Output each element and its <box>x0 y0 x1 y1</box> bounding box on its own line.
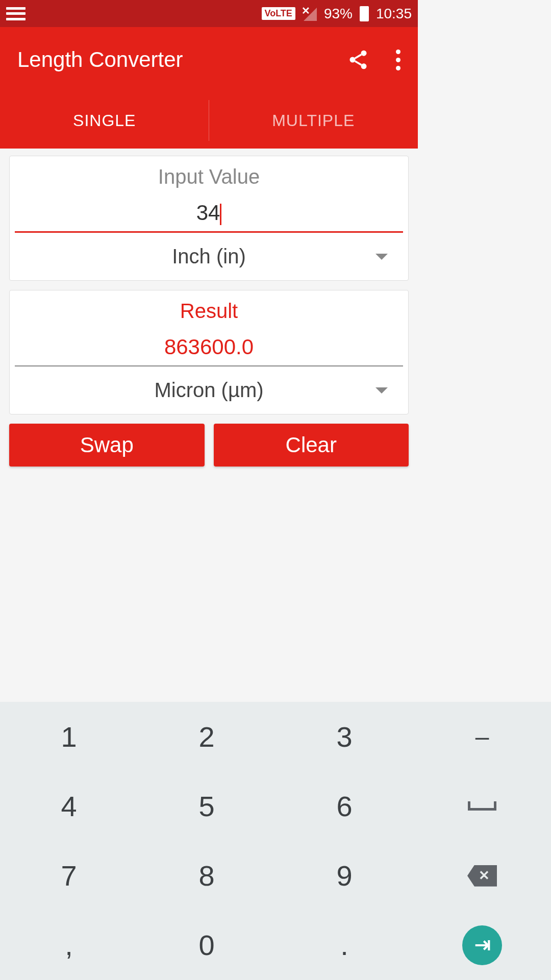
result-label: Result <box>15 300 403 323</box>
result-card: Result 863600.0 Micron (µm) <box>9 290 409 414</box>
status-time: 10:35 <box>376 6 412 22</box>
status-left <box>6 7 26 20</box>
input-value: 34 <box>196 201 220 225</box>
input-value-field[interactable]: 34 <box>15 201 403 233</box>
key-3[interactable]: 3 <box>276 702 413 741</box>
text-cursor <box>220 204 221 225</box>
svg-point-0 <box>361 51 367 56</box>
keyboard-status-icon <box>6 7 26 20</box>
volte-badge: VoLTE <box>262 7 295 20</box>
svg-point-1 <box>350 57 356 63</box>
input-label: Input Value <box>15 165 403 188</box>
input-unit-text: Inch (in) <box>172 245 246 268</box>
battery-percent: 93% <box>324 6 353 22</box>
app-title: Length Converter <box>17 47 183 72</box>
svg-point-2 <box>361 63 367 69</box>
result-value-field: 863600.0 <box>15 335 403 366</box>
status-bar: VoLTE ✕ 93% 10:35 <box>0 0 418 27</box>
key-minus[interactable]: – <box>413 702 418 741</box>
content-area: Input Value 34 Inch (in) Result 863600.0… <box>0 149 418 474</box>
input-card: Input Value 34 Inch (in) <box>9 156 409 281</box>
button-row: Swap Clear <box>9 424 409 467</box>
status-right: VoLTE ✕ 93% 10:35 <box>262 6 412 22</box>
app-actions <box>347 48 400 71</box>
chevron-down-icon <box>375 254 388 260</box>
input-unit-dropdown[interactable]: Inch (in) <box>15 233 403 280</box>
result-unit-dropdown[interactable]: Micron (µm) <box>15 366 403 414</box>
app-bar: Length Converter <box>0 27 418 92</box>
tabs: SINGLE MULTIPLE <box>0 92 418 149</box>
battery-icon <box>360 6 369 21</box>
key-2[interactable]: 2 <box>138 702 276 741</box>
clear-button[interactable]: Clear <box>214 424 409 467</box>
share-icon[interactable] <box>347 48 369 71</box>
signal-icon: ✕ <box>303 7 317 21</box>
numeric-keyboard: 1 2 3 – 4 5 6 7 8 9 ✕ , 0 . <box>0 702 418 741</box>
key-1[interactable]: 1 <box>0 702 138 741</box>
swap-button[interactable]: Swap <box>9 424 205 467</box>
tab-single[interactable]: SINGLE <box>0 92 209 149</box>
more-icon[interactable] <box>396 50 400 70</box>
result-value: 863600.0 <box>164 335 254 359</box>
tab-multiple[interactable]: MULTIPLE <box>209 92 418 149</box>
result-unit-text: Micron (µm) <box>154 379 263 402</box>
chevron-down-icon <box>375 387 388 394</box>
